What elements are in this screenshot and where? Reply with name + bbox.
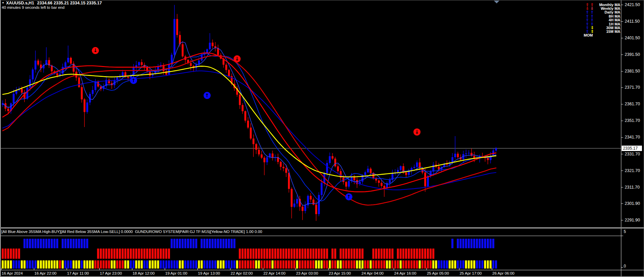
time-axis-label: 19 Apr 13:00 bbox=[198, 271, 220, 275]
time-axis-label: 16 Apr 2024 bbox=[2, 271, 23, 275]
price-axis-label: 2361.70 bbox=[625, 102, 640, 106]
time-axis-label: 22 Apr 14:00 bbox=[263, 271, 285, 275]
histogram-layer bbox=[0, 236, 621, 270]
indicator-scale-min: 0 bbox=[624, 264, 626, 269]
svg-text:↓: ↓ bbox=[415, 129, 419, 135]
ma-arrow-icon: ⇧ bbox=[586, 18, 590, 22]
price-axis-label: 2371.70 bbox=[625, 85, 640, 90]
time-axis-label: 17 Apr 11:00 bbox=[67, 271, 89, 275]
svg-text:↑: ↑ bbox=[131, 78, 136, 84]
time-axis-label: 24 Apr 04:00 bbox=[361, 271, 383, 275]
time-axis-label: 19 Apr 01:00 bbox=[165, 271, 187, 275]
ma-arrow-icon: ⇧ bbox=[586, 30, 590, 33]
ma-arrow-icon: ⇧ bbox=[590, 10, 595, 14]
svg-text:↑: ↑ bbox=[347, 194, 351, 200]
price-axis-label: 2341.70 bbox=[625, 135, 640, 140]
price-axis-label: 2351.70 bbox=[625, 118, 640, 123]
mt4-chart-window: ↓↑↑↓↑↓ ▼XAUUSD.s,H12334.66 2335.21 2334.… bbox=[0, 0, 644, 277]
time-axis-label: 23 Apr 15:00 bbox=[329, 271, 351, 275]
legend-label: Daily MA bbox=[595, 10, 620, 14]
price-axis-label: 2291.90 bbox=[625, 218, 640, 222]
ma-arrow-icon: ⇧ bbox=[586, 10, 590, 14]
legend-label: 30M MA bbox=[595, 26, 620, 30]
time-axis-label: 17 Apr 23:00 bbox=[100, 271, 122, 275]
legend-label: 1H MA bbox=[595, 22, 620, 26]
frame-lines bbox=[0, 0, 644, 277]
dropdown-triangle-icon[interactable]: ▼ bbox=[2, 1, 4, 4]
sell-signal-icon: ↓ bbox=[413, 128, 420, 135]
price-axis-label: 2421.50 bbox=[625, 2, 640, 7]
time-axis-label: 18 Apr 12:00 bbox=[132, 271, 154, 275]
price-chart-canvas[interactable]: ↓↑↑↓↑↓ bbox=[0, 0, 644, 277]
svg-text:↓: ↓ bbox=[93, 47, 98, 54]
legend-label: Weekly MA bbox=[595, 6, 620, 10]
time-axis-label: 23 Apr 03:00 bbox=[296, 271, 318, 275]
legend-label: 4H MA bbox=[595, 18, 620, 22]
price-axis-label: 2301.90 bbox=[625, 201, 640, 206]
ma-legend: ⇧⇧Monthly MA⇩⇩Weekly MA⇧⇧Daily MA⇧⇧8H MA… bbox=[586, 3, 620, 34]
time-axis-label: 26 Apr 06:00 bbox=[492, 271, 514, 275]
legend-label: 8H MA bbox=[595, 14, 620, 18]
svg-text:↑: ↑ bbox=[205, 92, 209, 99]
time-axis-label: 24 Apr 16:00 bbox=[394, 271, 416, 275]
price-axis-label: 2311.70 bbox=[625, 185, 640, 190]
svg-text:↓: ↓ bbox=[235, 56, 240, 62]
shift-marker-icon bbox=[494, 1, 499, 3]
chart-title: ▼XAUUSD.s,H12334.66 2335.21 2334.15 2335… bbox=[2, 1, 102, 5]
time-axis-label: 16 Apr 22:00 bbox=[35, 271, 57, 275]
ma-arrow-icon: ⇕ bbox=[590, 30, 595, 33]
sell-signal-icon: ↓ bbox=[92, 47, 99, 54]
mom-label: MOM bbox=[584, 33, 593, 37]
sell-signal-icon: ↓ bbox=[233, 55, 241, 62]
buy-signal-icon: ↑ bbox=[204, 92, 211, 99]
ma-arrow-icon: ⇧ bbox=[590, 18, 595, 22]
price-axis-label: 2391.50 bbox=[625, 52, 640, 57]
buy-signal-icon: ↑ bbox=[130, 77, 137, 84]
price-axis-label: 2381.50 bbox=[625, 69, 640, 73]
price-axis-label: 2331.70 bbox=[625, 152, 640, 156]
ma-lines-layer bbox=[3, 42, 496, 206]
candles-layer bbox=[2, 5, 497, 221]
time-axis-label: 22 Apr 02:00 bbox=[231, 271, 253, 275]
legend-label: 15M MA bbox=[595, 29, 620, 34]
current-price-tag: 2335.17 bbox=[622, 146, 642, 151]
symbol-timeframe-label: XAUUSD.s,H1 bbox=[6, 1, 34, 5]
buy-signal-icon: ↑ bbox=[345, 193, 352, 200]
bar-countdown: 40 minutes 9 seconds left to bar end bbox=[2, 5, 64, 9]
ma-line bbox=[3, 66, 496, 177]
ma-line bbox=[3, 56, 496, 205]
ohlc-values: 2334.66 2335.21 2334.15 2335.17 bbox=[37, 1, 102, 5]
price-axis-label: 2411.50 bbox=[625, 19, 640, 24]
indicator-scale-max: 5 bbox=[624, 229, 626, 234]
price-axis-label: 2401.50 bbox=[625, 36, 640, 40]
legend-label: Monthly MA bbox=[595, 3, 620, 7]
time-axis-label: 25 Apr 17:00 bbox=[460, 271, 482, 275]
signal-arrows-layer: ↓↑↑↓↑↓ bbox=[92, 47, 420, 200]
price-axis-label: 2321.70 bbox=[625, 168, 640, 173]
time-axis-label: 25 Apr 05:00 bbox=[427, 271, 449, 275]
indicator-status-text: [All Blue Above 35SMA High-BUY][All Red … bbox=[1, 230, 262, 234]
